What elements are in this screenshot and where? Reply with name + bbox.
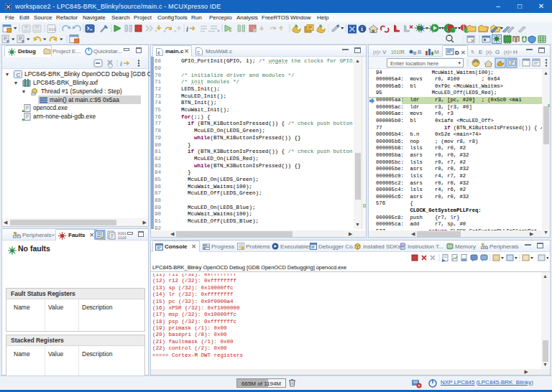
svg-text:1110: 1110: [118, 236, 126, 240]
svg-text:c: c: [197, 50, 200, 55]
svg-text:(x)=: (x)=: [373, 50, 382, 55]
svg-text:(x)-: (x)-: [486, 50, 493, 55]
svg-text:(x)=: (x)=: [504, 50, 512, 55]
svg-text:1010: 1010: [391, 50, 400, 55]
svg-text:i: i: [186, 25, 188, 33]
svg-text:0101: 0101: [118, 232, 126, 235]
svg-text:C: C: [17, 72, 21, 78]
svg-text:✎: ✎: [470, 50, 474, 55]
svg-text:010: 010: [49, 27, 57, 32]
svg-text:c: c: [157, 50, 160, 56]
svg-text:i: i: [120, 60, 122, 67]
